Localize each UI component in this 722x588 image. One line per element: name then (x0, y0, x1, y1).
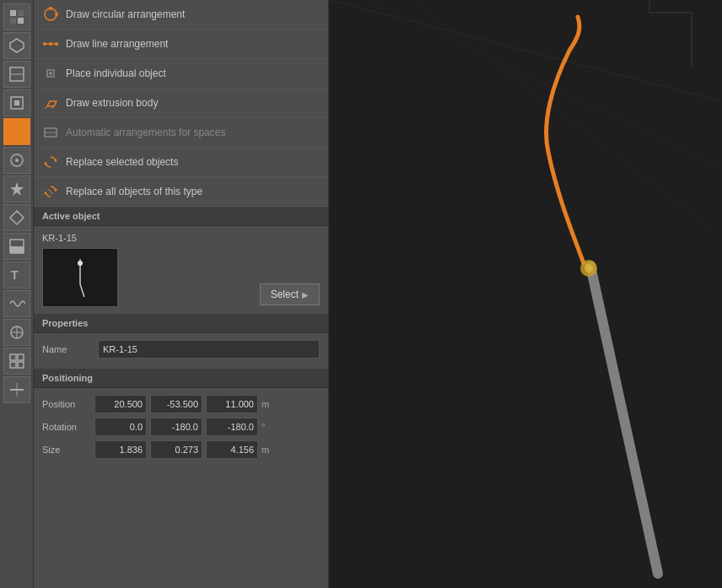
svg-rect-3 (18, 18, 24, 24)
extrusion-icon (42, 94, 59, 111)
toolbar-btn-2[interactable] (3, 32, 30, 59)
svg-rect-9 (10, 125, 24, 138)
toolbar-btn-7[interactable] (3, 175, 30, 202)
position-unit: m (261, 399, 273, 409)
svg-marker-13 (10, 211, 24, 224)
svg-marker-43 (44, 192, 47, 194)
toolbar-btn-10[interactable]: T (3, 262, 30, 289)
name-label: Name (42, 344, 93, 354)
menu-place-individual[interactable]: Place individual object (34, 59, 328, 89)
auto-arrangements-icon (42, 124, 59, 141)
size-label: Size (42, 445, 91, 455)
positioning-section: Position m Rotation ° Size m (34, 388, 328, 470)
size-y-input[interactable] (150, 440, 202, 459)
menu-replace-all-label: Replace all objects of this type (66, 186, 202, 197)
position-x-input[interactable] (94, 395, 147, 413)
name-row: Name (42, 340, 320, 359)
svg-marker-42 (54, 189, 57, 192)
toolbar-btn-5[interactable] (3, 118, 30, 145)
svg-marker-40 (54, 159, 57, 162)
svg-point-28 (55, 13, 58, 16)
svg-rect-8 (14, 100, 19, 105)
toolbar-btn-1[interactable] (3, 3, 30, 30)
svg-line-36 (45, 106, 47, 109)
svg-rect-2 (10, 18, 16, 24)
menu-draw-extrusion[interactable]: Draw extrusion body (34, 89, 328, 118)
svg-text:T: T (11, 268, 19, 282)
size-x-input[interactable] (94, 440, 147, 459)
select-arrow-icon: ▶ (302, 290, 309, 299)
svg-marker-35 (47, 101, 57, 106)
toolbar-btn-3[interactable] (3, 61, 30, 88)
toolbar-btn-6[interactable] (3, 147, 30, 174)
properties-header: Properties (34, 314, 328, 333)
svg-point-54 (585, 264, 593, 272)
active-object-header: Active object (34, 207, 328, 226)
size-unit: m (261, 445, 273, 455)
active-object-name: KR-1-15 (42, 233, 320, 243)
circular-arrangement-icon (42, 6, 59, 23)
rotation-row: Rotation ° (42, 418, 320, 436)
menu-replace-selected-label: Replace selected objects (66, 156, 178, 168)
size-z-input[interactable] (206, 440, 258, 459)
menu-draw-circular-label: Draw circular arrangement (66, 8, 185, 20)
toolbar-btn-9[interactable] (3, 233, 30, 260)
replace-all-icon (42, 183, 59, 200)
menu-auto-arrangements: Automatic arrangements for spaces (34, 118, 328, 148)
toolbar-btn-8[interactable] (3, 204, 30, 231)
line-arrangement-icon (42, 35, 59, 52)
active-object-section: KR-1-15 Select ▶ (34, 226, 328, 314)
toolbar-btn-4[interactable] (3, 89, 30, 116)
rotation-label: Rotation (42, 422, 91, 432)
menu-draw-line[interactable]: Draw line arrangement (34, 30, 328, 59)
rotation-z-input[interactable] (206, 418, 258, 436)
svg-rect-25 (16, 383, 18, 396)
select-button[interactable]: Select ▶ (260, 283, 320, 305)
position-row: Position m (42, 395, 320, 413)
toolbar-btn-11[interactable] (3, 290, 30, 317)
thumbnail-row: Select ▶ (42, 248, 320, 307)
svg-rect-15 (10, 246, 24, 253)
position-y-input[interactable] (150, 395, 202, 413)
svg-point-30 (43, 42, 46, 46)
toolbar-btn-12[interactable] (3, 319, 30, 346)
name-input[interactable] (98, 340, 320, 359)
menu-draw-extrusion-label: Draw extrusion body (66, 97, 158, 109)
svg-rect-21 (18, 354, 24, 360)
svg-point-27 (49, 7, 52, 10)
replace-selected-icon (42, 154, 59, 170)
svg-marker-12 (10, 182, 24, 196)
svg-rect-48 (329, 0, 722, 588)
rotation-y-input[interactable] (150, 418, 202, 436)
3d-viewport[interactable] (329, 0, 722, 588)
size-row: Size m (42, 440, 320, 459)
rotation-x-input[interactable] (94, 418, 147, 436)
place-individual-icon (42, 65, 59, 82)
positioning-header: Positioning (34, 369, 328, 388)
menu-auto-arrangements-label: Automatic arrangements for spaces (66, 127, 225, 138)
menu-replace-all[interactable]: Replace all objects of this type (34, 177, 328, 207)
position-z-input[interactable] (206, 395, 258, 413)
svg-point-11 (15, 159, 19, 162)
properties-section: Name (34, 333, 328, 369)
svg-rect-22 (10, 362, 16, 368)
toolbar-btn-14[interactable] (3, 376, 30, 403)
rotation-unit: ° (261, 422, 273, 432)
svg-point-26 (45, 8, 57, 20)
svg-rect-20 (10, 354, 16, 360)
svg-point-32 (55, 42, 58, 46)
side-panel: Draw circular arrangement Draw line arra… (34, 0, 329, 588)
svg-line-46 (80, 284, 84, 297)
svg-rect-23 (18, 362, 24, 368)
menu-draw-circular[interactable]: Draw circular arrangement (34, 0, 328, 30)
toolbar-btn-13[interactable] (3, 348, 30, 375)
object-thumbnail (42, 248, 118, 307)
svg-point-31 (49, 42, 52, 46)
svg-rect-1 (18, 10, 24, 16)
menu-replace-selected[interactable]: Replace selected objects (34, 148, 328, 177)
svg-rect-0 (10, 10, 16, 16)
position-label: Position (42, 399, 91, 409)
svg-marker-41 (44, 162, 47, 165)
menu-draw-line-label: Draw line arrangement (66, 38, 168, 50)
left-toolbar: T (0, 0, 34, 588)
